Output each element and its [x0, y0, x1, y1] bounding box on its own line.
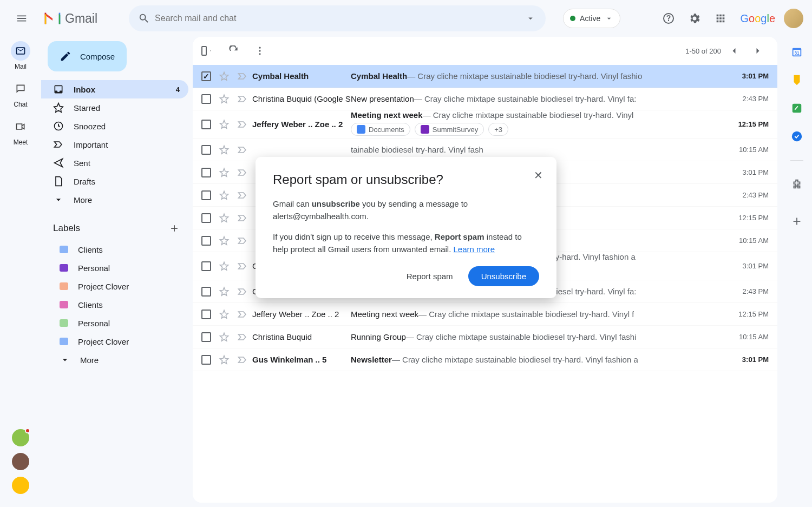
email-row[interactable]: Jeffery Weber .. Zoe .. 2Meeting next we… — [193, 303, 777, 326]
important-icon[interactable] — [237, 286, 248, 297]
tasks-icon[interactable] — [790, 102, 803, 115]
next-page-button[interactable] — [747, 40, 769, 62]
attachment-chip[interactable]: Documents — [351, 123, 410, 136]
chat-avatar-2[interactable] — [12, 453, 29, 470]
more-actions-button[interactable] — [249, 40, 271, 62]
label-project-clover[interactable]: Project Clover — [48, 332, 188, 351]
label-personal[interactable]: Personal — [48, 259, 188, 277]
nav-drafts[interactable]: Drafts — [41, 172, 188, 190]
label-personal[interactable]: Personal — [48, 314, 188, 332]
row-checkbox[interactable] — [201, 94, 211, 104]
report-spam-button[interactable]: Report spam — [400, 266, 460, 286]
apps-icon[interactable] — [710, 8, 731, 29]
calendar-icon[interactable]: 31 — [790, 45, 803, 58]
addons-icon[interactable] — [790, 178, 803, 191]
label-project-clover[interactable]: Project Clover — [48, 277, 188, 295]
row-checkbox[interactable] — [201, 310, 211, 319]
chat-tab[interactable]: Chat — [11, 79, 30, 108]
nav-inbox[interactable]: Inbox 4 — [41, 80, 188, 98]
important-icon[interactable] — [237, 235, 248, 246]
row-checkbox[interactable] — [201, 213, 211, 223]
prev-page-button[interactable] — [723, 40, 745, 62]
nav-sent[interactable]: Sent — [41, 154, 188, 172]
account-avatar[interactable] — [784, 9, 803, 28]
search-input[interactable] — [155, 14, 520, 23]
nav-more[interactable]: More — [41, 190, 188, 209]
select-all-checkbox[interactable] — [201, 46, 207, 56]
star-icon[interactable] — [219, 286, 230, 297]
select-dropdown-icon[interactable] — [209, 47, 212, 55]
star-icon[interactable] — [219, 94, 230, 104]
star-icon[interactable] — [219, 119, 230, 130]
main-menu-button[interactable] — [9, 5, 35, 31]
gmail-logo[interactable]: Gmail — [43, 11, 97, 26]
add-panel-button[interactable] — [790, 215, 803, 228]
star-icon[interactable] — [219, 213, 230, 223]
row-checkbox[interactable] — [201, 71, 211, 81]
google-link[interactable]: Google — [740, 12, 775, 25]
important-icon[interactable] — [237, 119, 248, 130]
nav-starred[interactable]: Starred — [41, 98, 188, 117]
labels-more[interactable]: More — [48, 351, 188, 369]
mail-tab[interactable]: Mail — [11, 41, 30, 70]
important-icon[interactable] — [237, 213, 248, 223]
chat-avatar-3[interactable] — [12, 477, 29, 494]
search-icon[interactable] — [133, 8, 155, 29]
star-icon[interactable] — [219, 190, 230, 201]
email-row[interactable]: Christina BuquidRunning Group — Cray cli… — [193, 326, 777, 348]
nav-important[interactable]: Important — [41, 135, 188, 154]
important-icon[interactable] — [237, 309, 248, 320]
row-checkbox[interactable] — [201, 261, 211, 271]
contacts-icon[interactable] — [790, 130, 803, 143]
learn-more-link[interactable]: Learn more — [453, 245, 495, 254]
star-icon[interactable] — [219, 144, 230, 155]
attachment-more[interactable]: +3 — [488, 123, 508, 136]
row-checkbox[interactable] — [201, 120, 211, 129]
settings-icon[interactable] — [684, 8, 705, 29]
important-icon[interactable] — [237, 94, 248, 104]
star-icon[interactable] — [219, 309, 230, 320]
email-row[interactable]: Jeffery Weber .. Zoe .. 2Meeting next we… — [193, 110, 777, 139]
unsubscribe-button[interactable]: Unsubscribe — [468, 266, 539, 286]
email-row[interactable]: Gus Winkelman .. 5Newsletter — Cray clic… — [193, 348, 777, 371]
star-icon[interactable] — [219, 71, 230, 82]
row-checkbox[interactable] — [201, 190, 211, 200]
row-checkbox[interactable] — [201, 168, 211, 177]
snippet: — Cray cliche mixtape sustainable biodie… — [407, 71, 642, 81]
meet-tab[interactable]: Meet — [11, 117, 30, 146]
star-icon[interactable] — [219, 167, 230, 178]
help-icon[interactable] — [658, 8, 679, 29]
nav-snoozed[interactable]: Snoozed — [41, 117, 188, 135]
important-icon[interactable] — [237, 261, 248, 272]
row-checkbox[interactable] — [201, 145, 211, 155]
star-icon[interactable] — [219, 261, 230, 272]
chat-avatar-1[interactable] — [12, 429, 29, 446]
close-button[interactable]: ✕ — [529, 167, 547, 184]
row-checkbox[interactable] — [201, 236, 211, 246]
row-checkbox[interactable] — [201, 287, 211, 297]
email-row[interactable]: Christina Buquid (Google SNew presentati… — [193, 88, 777, 110]
star-icon[interactable] — [219, 354, 230, 365]
row-checkbox[interactable] — [201, 355, 211, 365]
important-icon[interactable] — [237, 332, 248, 343]
important-icon[interactable] — [237, 144, 248, 155]
add-label-button[interactable] — [167, 221, 182, 236]
important-icon[interactable] — [237, 167, 248, 178]
attachment-chip[interactable]: SummitSurvey — [415, 123, 484, 136]
label-clients[interactable]: Clients — [48, 295, 188, 314]
important-icon[interactable] — [237, 190, 248, 201]
search-options-icon[interactable] — [520, 8, 541, 29]
important-icon[interactable] — [237, 354, 248, 365]
compose-button[interactable]: Compose — [48, 41, 127, 71]
refresh-button[interactable] — [223, 40, 245, 62]
status-chip[interactable]: Active — [563, 9, 620, 28]
keep-icon[interactable] — [790, 74, 803, 87]
label-clients[interactable]: Clients — [48, 240, 188, 259]
search-bar[interactable] — [129, 5, 546, 31]
row-checkbox[interactable] — [201, 332, 211, 342]
star-icon[interactable] — [219, 332, 230, 343]
star-icon — [53, 102, 64, 113]
star-icon[interactable] — [219, 235, 230, 246]
important-icon[interactable] — [237, 71, 248, 82]
email-row[interactable]: Cymbal HealthCymbal Health — Cray cliche… — [193, 65, 777, 88]
